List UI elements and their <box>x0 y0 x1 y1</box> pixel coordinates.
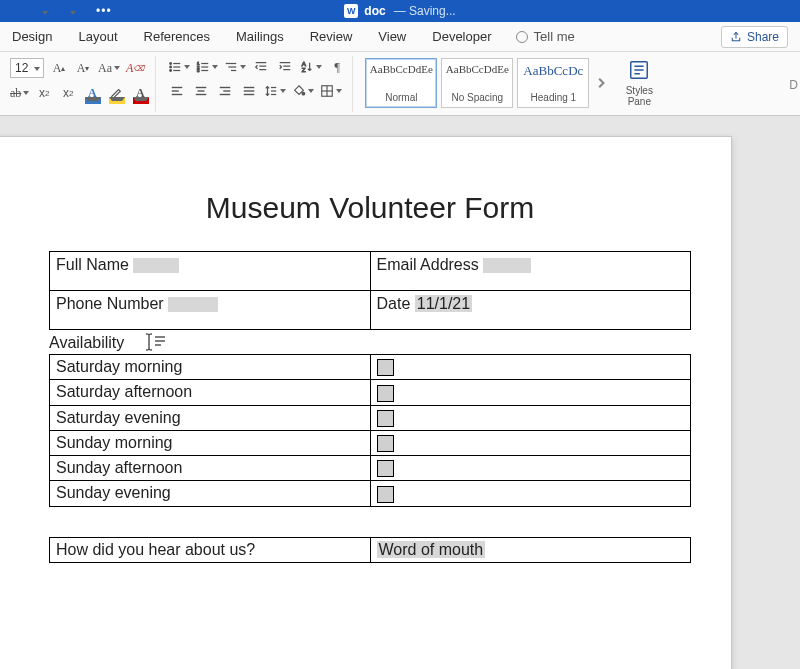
checkbox[interactable] <box>377 486 394 503</box>
tab-developer[interactable]: Developer <box>430 23 493 50</box>
tab-mailings[interactable]: Mailings <box>234 23 286 50</box>
align-center-icon[interactable] <box>192 82 210 100</box>
tab-references[interactable]: References <box>142 23 212 50</box>
word-app-icon: W <box>344 4 358 18</box>
numbering-icon[interactable]: 123 <box>196 58 218 76</box>
contact-table[interactable]: Full Name Email Address Phone Number Dat… <box>49 251 691 330</box>
availability-table[interactable]: Saturday morning Saturday afternoon Satu… <box>49 354 691 507</box>
styles-more-icon[interactable] <box>593 74 611 92</box>
availability-slot[interactable]: Saturday morning <box>50 355 371 380</box>
tab-review[interactable]: Review <box>308 23 355 50</box>
table-row[interactable]: How did you hear about us? Word of mouth <box>50 537 691 562</box>
redo-dropdown-icon[interactable] <box>68 4 76 18</box>
style-normal[interactable]: AaBbCcDdEe Normal <box>365 58 437 108</box>
availability-check-cell[interactable] <box>370 481 691 506</box>
style-no-spacing[interactable]: AaBbCcDdEe No Spacing <box>441 58 513 108</box>
line-spacing-icon[interactable] <box>264 82 286 100</box>
table-row[interactable]: Phone Number Date 11/1/21 <box>50 291 691 330</box>
source-question-cell[interactable]: How did you hear about us? <box>50 537 371 562</box>
email-field[interactable] <box>483 258 531 273</box>
availability-slot[interactable]: Sunday morning <box>50 430 371 455</box>
full-name-field[interactable] <box>133 258 179 273</box>
share-label: Share <box>747 30 779 44</box>
tab-layout[interactable]: Layout <box>76 23 119 50</box>
table-row[interactable]: Sunday evening <box>50 481 691 506</box>
share-button[interactable]: Share <box>721 26 788 48</box>
shading-icon[interactable] <box>292 82 314 100</box>
sort-icon[interactable]: AZ <box>300 58 322 76</box>
email-cell[interactable]: Email Address <box>370 252 691 291</box>
table-row[interactable]: Saturday morning <box>50 355 691 380</box>
phone-cell[interactable]: Phone Number <box>50 291 371 330</box>
checkbox[interactable] <box>377 460 394 477</box>
availability-check-cell[interactable] <box>370 355 691 380</box>
svg-text:Z: Z <box>302 66 306 73</box>
align-right-icon[interactable] <box>216 82 234 100</box>
text-effects-icon[interactable]: A <box>83 84 101 102</box>
multilevel-list-icon[interactable] <box>224 58 246 76</box>
availability-slot[interactable]: Saturday afternoon <box>50 380 371 405</box>
tab-view[interactable]: View <box>376 23 408 50</box>
svg-point-6 <box>170 63 172 65</box>
align-left-icon[interactable] <box>168 82 186 100</box>
undo-dropdown-icon[interactable] <box>40 4 48 18</box>
more-icon[interactable]: ••• <box>96 4 112 18</box>
svg-point-10 <box>170 70 172 72</box>
style-preview: AaBbCcDdEe <box>446 63 509 75</box>
checkbox[interactable] <box>377 359 394 376</box>
increase-indent-icon[interactable] <box>276 58 294 76</box>
table-row[interactable]: Sunday afternoon <box>50 456 691 481</box>
availability-slot[interactable]: Sunday evening <box>50 481 371 506</box>
ribbon-toolbar: 12 A▴ A▾ Aa A⌫ ab x2 x2 A A 123 AZ ¶ <box>0 52 800 116</box>
decrease-indent-icon[interactable] <box>252 58 270 76</box>
bullets-icon[interactable] <box>168 58 190 76</box>
show-hide-marks-icon[interactable]: ¶ <box>328 58 346 76</box>
table-row[interactable]: Full Name Email Address <box>50 252 691 291</box>
title-bar: ••• W doc — Saving... <box>0 0 800 22</box>
grow-font-icon[interactable]: A▴ <box>50 59 68 77</box>
source-answer-cell[interactable]: Word of mouth <box>370 537 691 562</box>
availability-check-cell[interactable] <box>370 405 691 430</box>
subscript-icon[interactable]: x2 <box>35 84 53 102</box>
clear-formatting-icon[interactable]: A⌫ <box>126 59 144 77</box>
checkbox[interactable] <box>377 410 394 427</box>
table-row[interactable]: Sunday morning <box>50 430 691 455</box>
full-name-cell[interactable]: Full Name <box>50 252 371 291</box>
tell-me-search[interactable]: Tell me <box>516 23 575 50</box>
style-preview: AaBbCcDdEe <box>370 63 433 75</box>
table-row[interactable]: Saturday afternoon <box>50 380 691 405</box>
style-preview: AaBbCcDc <box>523 63 583 79</box>
style-heading-1[interactable]: AaBbCcDc Heading 1 <box>517 58 589 108</box>
full-name-label: Full Name <box>56 256 129 273</box>
checkbox[interactable] <box>377 435 394 452</box>
availability-check-cell[interactable] <box>370 456 691 481</box>
phone-field[interactable] <box>168 297 218 312</box>
tab-design[interactable]: Design <box>10 23 54 50</box>
availability-check-cell[interactable] <box>370 380 691 405</box>
source-table[interactable]: How did you hear about us? Word of mouth <box>49 537 691 563</box>
shrink-font-icon[interactable]: A▾ <box>74 59 92 77</box>
ribbon-tab-strip: Design Layout References Mailings Review… <box>0 22 800 52</box>
font-size-input[interactable]: 12 <box>10 58 44 78</box>
checkbox[interactable] <box>377 385 394 402</box>
date-field[interactable]: 11/1/21 <box>415 295 472 312</box>
styles-pane-label-1: Styles <box>626 85 653 96</box>
borders-icon[interactable] <box>320 82 342 100</box>
document-page[interactable]: Museum Volunteer Form Full Name Email Ad… <box>0 136 732 669</box>
font-color-icon[interactable]: A <box>131 84 149 102</box>
superscript-icon[interactable]: x2 <box>59 84 77 102</box>
highlight-color-icon[interactable] <box>107 84 125 102</box>
availability-slot[interactable]: Saturday evening <box>50 405 371 430</box>
availability-check-cell[interactable] <box>370 430 691 455</box>
change-case-icon[interactable]: Aa <box>98 59 120 77</box>
strikethrough-icon[interactable]: ab <box>10 84 29 102</box>
date-cell[interactable]: Date 11/1/21 <box>370 291 691 330</box>
table-row[interactable]: Saturday evening <box>50 405 691 430</box>
svg-point-44 <box>302 92 305 95</box>
justify-icon[interactable] <box>240 82 258 100</box>
availability-slot[interactable]: Sunday afternoon <box>50 456 371 481</box>
document-name: doc <box>364 4 385 18</box>
source-answer-field[interactable]: Word of mouth <box>377 541 486 558</box>
save-status: — Saving... <box>394 4 456 18</box>
styles-pane-button[interactable]: Styles Pane <box>615 58 663 108</box>
